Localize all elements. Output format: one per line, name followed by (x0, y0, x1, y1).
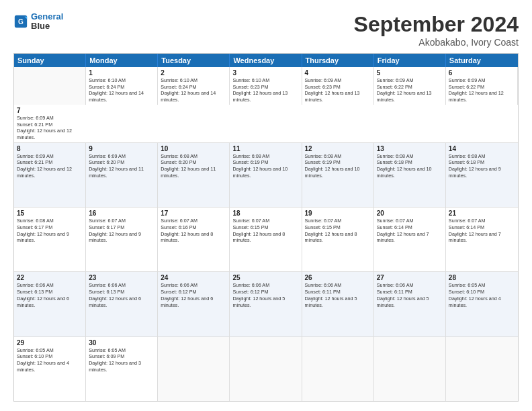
empty-cell (14, 67, 86, 105)
day-cell-8: 8 Sunrise: 6:09 AMSunset: 6:21 PMDayligh… (14, 143, 86, 207)
day-number: 26 (305, 274, 371, 281)
day-cell-23: 23 Sunrise: 6:06 AMSunset: 6:13 PMDaylig… (86, 272, 158, 336)
cell-info: Sunrise: 6:10 AMSunset: 6:24 PMDaylight:… (161, 77, 226, 103)
day-number: 4 (305, 69, 371, 77)
day-number: 13 (377, 145, 443, 152)
day-cell-17: 17 Sunrise: 6:07 AMSunset: 6:16 PMDaylig… (158, 208, 230, 271)
day-cell-9: 9 Sunrise: 6:09 AMSunset: 6:20 PMDayligh… (86, 143, 158, 207)
empty-cell (446, 337, 518, 401)
cell-info: Sunrise: 6:08 AMSunset: 6:19 PMDaylight:… (232, 153, 298, 179)
header-day-thursday: Thursday (302, 54, 374, 67)
calendar-row-4: 29 Sunrise: 6:05 AMSunset: 6:10 PMDaylig… (14, 336, 518, 401)
cell-info: Sunrise: 6:07 AMSunset: 6:14 PMDaylight:… (449, 218, 515, 244)
empty-cell (158, 337, 230, 401)
calendar-row-1: 8 Sunrise: 6:09 AMSunset: 6:21 PMDayligh… (14, 142, 518, 207)
day-cell-28: 28 Sunrise: 6:05 AMSunset: 6:10 PMDaylig… (446, 272, 518, 336)
day-number: 6 (449, 69, 515, 77)
cell-info: Sunrise: 6:10 AMSunset: 6:24 PMDaylight:… (89, 77, 154, 103)
cell-info: Sunrise: 6:06 AMSunset: 6:13 PMDaylight:… (17, 282, 83, 308)
cell-info: Sunrise: 6:07 AMSunset: 6:14 PMDaylight:… (377, 218, 443, 244)
cell-info: Sunrise: 6:06 AMSunset: 6:11 PMDaylight:… (305, 282, 371, 308)
day-number: 28 (449, 274, 515, 281)
day-number: 23 (89, 274, 154, 281)
day-number: 19 (305, 210, 371, 217)
header-day-friday: Friday (374, 54, 446, 67)
day-number: 11 (232, 145, 298, 152)
header-day-sunday: Sunday (14, 54, 86, 67)
day-number: 12 (305, 145, 371, 152)
header-day-wednesday: Wednesday (230, 54, 302, 67)
cell-info: Sunrise: 6:09 AMSunset: 6:23 PMDaylight:… (305, 77, 371, 103)
cell-info: Sunrise: 6:06 AMSunset: 6:12 PMDaylight:… (161, 282, 226, 308)
cell-info: Sunrise: 6:08 AMSunset: 6:18 PMDaylight:… (377, 153, 443, 179)
cell-info: Sunrise: 6:08 AMSunset: 6:17 PMDaylight:… (17, 218, 83, 244)
day-cell-11: 11 Sunrise: 6:08 AMSunset: 6:19 PMDaylig… (230, 143, 302, 207)
day-cell-7: 7 Sunrise: 6:09 AMSunset: 6:21 PMDayligh… (14, 105, 86, 142)
day-cell-29: 29 Sunrise: 6:05 AMSunset: 6:10 PMDaylig… (14, 337, 86, 401)
cell-info: Sunrise: 6:07 AMSunset: 6:15 PMDaylight:… (232, 218, 298, 244)
day-cell-30: 30 Sunrise: 6:05 AMSunset: 6:09 PMDaylig… (86, 337, 158, 401)
day-cell-27: 27 Sunrise: 6:06 AMSunset: 6:11 PMDaylig… (374, 272, 446, 336)
cell-info: Sunrise: 6:08 AMSunset: 6:18 PMDaylight:… (449, 153, 515, 179)
calendar-body: 1 Sunrise: 6:10 AMSunset: 6:24 PMDayligh… (14, 67, 518, 401)
day-cell-16: 16 Sunrise: 6:07 AMSunset: 6:17 PMDaylig… (86, 208, 158, 271)
day-cell-4: 4 Sunrise: 6:09 AMSunset: 6:23 PMDayligh… (302, 67, 374, 105)
cell-info: Sunrise: 6:05 AMSunset: 6:09 PMDaylight:… (89, 347, 154, 373)
day-number: 30 (89, 339, 154, 347)
calendar-header: SundayMondayTuesdayWednesdayThursdayFrid… (14, 54, 518, 67)
day-number: 17 (161, 210, 226, 217)
empty-cell (302, 337, 374, 401)
day-cell-5: 5 Sunrise: 6:09 AMSunset: 6:22 PMDayligh… (374, 67, 446, 105)
page-header: G GeneralBlue September 2024 Akobakabo, … (13, 12, 519, 48)
header-day-saturday: Saturday (446, 54, 518, 67)
logo-icon: G (13, 14, 28, 29)
day-number: 22 (17, 274, 83, 281)
header-day-monday: Monday (86, 54, 158, 67)
calendar-page: G GeneralBlue September 2024 Akobakabo, … (0, 0, 532, 411)
day-number: 27 (377, 274, 443, 281)
cell-info: Sunrise: 6:09 AMSunset: 6:21 PMDaylight:… (17, 153, 83, 179)
cell-info: Sunrise: 6:06 AMSunset: 6:12 PMDaylight:… (232, 282, 298, 308)
day-cell-10: 10 Sunrise: 6:08 AMSunset: 6:20 PMDaylig… (158, 143, 230, 207)
day-cell-24: 24 Sunrise: 6:06 AMSunset: 6:12 PMDaylig… (158, 272, 230, 336)
day-cell-26: 26 Sunrise: 6:06 AMSunset: 6:11 PMDaylig… (302, 272, 374, 336)
day-cell-2: 2 Sunrise: 6:10 AMSunset: 6:24 PMDayligh… (158, 67, 230, 105)
logo-text: GeneralBlue (31, 12, 63, 32)
cell-info: Sunrise: 6:09 AMSunset: 6:21 PMDaylight:… (17, 115, 83, 141)
calendar-row-2: 15 Sunrise: 6:08 AMSunset: 6:17 PMDaylig… (14, 207, 518, 271)
day-cell-3: 3 Sunrise: 6:10 AMSunset: 6:23 PMDayligh… (230, 67, 302, 105)
empty-cell (230, 337, 302, 401)
day-number: 21 (449, 210, 515, 217)
day-cell-15: 15 Sunrise: 6:08 AMSunset: 6:17 PMDaylig… (14, 208, 86, 271)
day-cell-6: 6 Sunrise: 6:09 AMSunset: 6:22 PMDayligh… (446, 67, 518, 105)
location: Akobakabo, Ivory Coast (354, 37, 519, 48)
title-block: September 2024 Akobakabo, Ivory Coast (354, 12, 519, 48)
cell-info: Sunrise: 6:09 AMSunset: 6:22 PMDaylight:… (377, 77, 443, 103)
day-number: 10 (161, 145, 226, 152)
cell-info: Sunrise: 6:09 AMSunset: 6:20 PMDaylight:… (89, 153, 154, 179)
day-cell-13: 13 Sunrise: 6:08 AMSunset: 6:18 PMDaylig… (374, 143, 446, 207)
svg-text:G: G (18, 18, 24, 26)
month-title: September 2024 (354, 12, 519, 37)
day-cell-22: 22 Sunrise: 6:06 AMSunset: 6:13 PMDaylig… (14, 272, 86, 336)
cell-info: Sunrise: 6:07 AMSunset: 6:15 PMDaylight:… (305, 218, 371, 244)
cell-info: Sunrise: 6:10 AMSunset: 6:23 PMDaylight:… (232, 77, 298, 103)
day-number: 7 (17, 107, 83, 114)
day-number: 9 (89, 145, 154, 152)
day-cell-14: 14 Sunrise: 6:08 AMSunset: 6:18 PMDaylig… (446, 143, 518, 207)
day-cell-1: 1 Sunrise: 6:10 AMSunset: 6:24 PMDayligh… (86, 67, 158, 105)
cell-info: Sunrise: 6:08 AMSunset: 6:19 PMDaylight:… (305, 153, 371, 179)
cell-info: Sunrise: 6:09 AMSunset: 6:22 PMDaylight:… (449, 77, 515, 103)
cell-info: Sunrise: 6:06 AMSunset: 6:11 PMDaylight:… (377, 282, 443, 308)
day-cell-18: 18 Sunrise: 6:07 AMSunset: 6:15 PMDaylig… (230, 208, 302, 271)
day-cell-12: 12 Sunrise: 6:08 AMSunset: 6:19 PMDaylig… (302, 143, 374, 207)
day-number: 24 (161, 274, 226, 281)
calendar: SundayMondayTuesdayWednesdayThursdayFrid… (13, 53, 519, 402)
day-number: 3 (232, 69, 298, 77)
day-number: 29 (17, 339, 83, 347)
header-day-tuesday: Tuesday (158, 54, 230, 67)
day-cell-19: 19 Sunrise: 6:07 AMSunset: 6:15 PMDaylig… (302, 208, 374, 271)
day-number: 15 (17, 210, 83, 217)
day-number: 25 (232, 274, 298, 281)
logo: G GeneralBlue (13, 12, 63, 32)
